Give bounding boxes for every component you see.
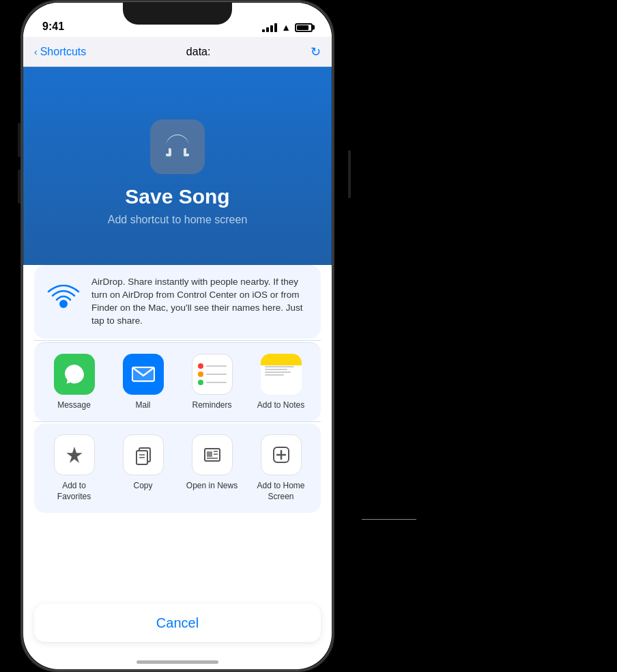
- back-button[interactable]: ‹ Shortcuts: [34, 46, 86, 58]
- divider: [34, 340, 321, 341]
- airdrop-waves-icon: [46, 285, 81, 319]
- newspaper-icon: [202, 445, 223, 465]
- app-header: Save Song Add shortcut to home screen: [23, 67, 332, 265]
- cancel-button[interactable]: Cancel: [34, 604, 321, 642]
- airdrop-icon: [45, 283, 82, 320]
- url-bar[interactable]: data:: [86, 46, 311, 58]
- message-bubble-icon: [62, 362, 87, 387]
- news-icon: [192, 434, 233, 475]
- message-app-label: Message: [57, 400, 91, 411]
- actions-divider: [34, 421, 321, 422]
- add-home-plus-icon: [271, 445, 291, 465]
- favorites-label: Add to Favorites: [46, 481, 102, 502]
- reminders-app-icon: [192, 354, 233, 395]
- share-apps-row: Message Mail: [34, 342, 321, 422]
- battery-icon: [295, 23, 313, 32]
- actions-row: Add to Favorites Copy: [34, 423, 321, 513]
- app-title: Save Song: [125, 185, 229, 208]
- open-news-label: Open in News: [186, 481, 238, 492]
- refresh-icon[interactable]: ↻: [311, 44, 321, 59]
- annotation: [362, 519, 416, 520]
- annotation-line: [362, 519, 416, 520]
- svg-rect-8: [207, 451, 212, 457]
- copy-item[interactable]: Copy: [115, 434, 171, 492]
- navigation-bar: ‹ Shortcuts data: ↻: [23, 37, 332, 67]
- share-mail-item[interactable]: Mail: [115, 354, 171, 411]
- notch: [123, 3, 232, 25]
- copy-label: Copy: [133, 481, 152, 492]
- svg-rect-1: [132, 366, 154, 382]
- favorites-icon: [54, 434, 95, 475]
- headphones-icon: [160, 130, 195, 164]
- add-favorites-item[interactable]: Add to Favorites: [46, 434, 102, 502]
- mail-app-label: Mail: [135, 400, 150, 411]
- app-icon: [150, 120, 205, 174]
- message-app-icon: [54, 354, 95, 395]
- share-notes-item[interactable]: Add to Notes: [253, 354, 309, 411]
- power-button[interactable]: [348, 150, 351, 198]
- mail-envelope-icon: [131, 365, 156, 384]
- status-icons: ▲: [262, 22, 313, 33]
- status-time: 9:41: [42, 20, 64, 33]
- home-indicator: [137, 660, 218, 664]
- airdrop-section[interactable]: AirDrop. Share instantly with people nea…: [34, 265, 321, 339]
- share-sheet: AirDrop. Share instantly with people nea…: [23, 265, 332, 669]
- app-subtitle: Add shortcut to home screen: [108, 214, 248, 226]
- svg-point-0: [59, 300, 68, 308]
- star-icon: [65, 445, 84, 464]
- back-label: Shortcuts: [40, 46, 87, 58]
- add-home-item[interactable]: Add to Home Screen: [253, 434, 309, 502]
- share-reminders-item[interactable]: Reminders: [184, 354, 240, 411]
- add-home-icon: [261, 434, 302, 475]
- share-message-item[interactable]: Message: [46, 354, 102, 411]
- notes-app-label: Add to Notes: [257, 400, 304, 411]
- airdrop-description: AirDrop. Share instantly with people nea…: [91, 276, 310, 328]
- copy-icon: [123, 434, 164, 475]
- back-chevron-icon: ‹: [34, 46, 38, 57]
- cancel-label: Cancel: [156, 615, 199, 631]
- reminders-app-label: Reminders: [192, 400, 231, 411]
- notes-app-icon: [261, 354, 302, 395]
- open-news-item[interactable]: Open in News: [184, 434, 240, 492]
- mail-app-icon: [123, 354, 164, 395]
- copy-documents-icon: [134, 445, 153, 465]
- signal-icon: [262, 23, 277, 32]
- add-home-label: Add to Home Screen: [253, 481, 309, 502]
- wifi-icon: ▲: [281, 22, 291, 33]
